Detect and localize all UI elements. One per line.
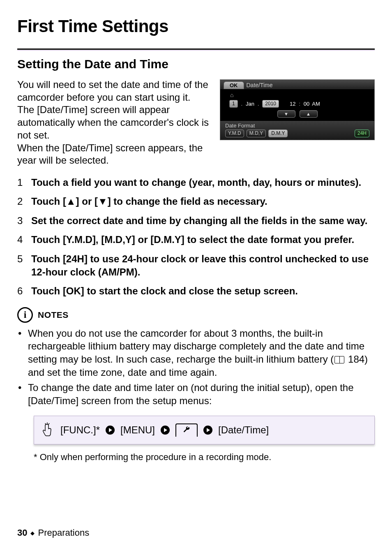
footnote: * Only when performing the procedure in … — [34, 452, 375, 463]
screenshot-day: 1 — [229, 100, 238, 108]
screenshot-hour: 12 — [290, 101, 295, 107]
notes-list: When you do not use the camcorder for ab… — [17, 327, 375, 407]
notes-label: NOTES — [38, 310, 69, 320]
arrow-icon — [203, 426, 212, 435]
footer-section: Preparations — [38, 528, 89, 538]
nav-datetime: [Date/Time] — [218, 424, 269, 436]
step-2: Touch [▲] or [▼] to change the field as … — [17, 195, 375, 208]
steps-list: Touch a field you want to change (year, … — [17, 176, 375, 298]
screenshot-dateformat-label: Date Format — [225, 123, 369, 129]
book-icon — [334, 356, 344, 363]
screenshot-home-icon: ⌂ — [220, 92, 374, 100]
screenshot-ymd: Y.M.D — [225, 130, 244, 137]
step-1: Touch a field you want to change (year, … — [17, 176, 375, 189]
arrow-icon — [161, 426, 170, 435]
step-6: Touch [OK] to start the clock and close … — [17, 285, 375, 298]
screenshot-mdy: M.D,Y — [247, 130, 266, 137]
screenshot-year: 2010 — [262, 100, 279, 108]
screenshot-header: Date/Time — [247, 82, 273, 89]
screenshot-min: 00 — [304, 101, 309, 107]
screenshot-up-button: ▲ — [300, 110, 318, 118]
page-footer: 30 ◆ Preparations — [17, 528, 89, 538]
wrench-tab-icon — [175, 423, 198, 437]
screenshot-ampm: AM — [312, 101, 320, 107]
step-4: Touch [Y.M.D], [M.D,Y] or [D.M.Y] to sel… — [17, 233, 375, 246]
note-1: When you do not use the camcorder for ab… — [17, 327, 375, 379]
touch-icon — [42, 422, 55, 438]
step-3: Set the correct date and time by changin… — [17, 214, 375, 227]
screenshot-ok-button: OK — [224, 81, 244, 89]
page-number: 30 — [17, 528, 27, 538]
nav-func: [FUNC.]* — [60, 424, 100, 436]
intro-text: You will need to set the date and time o… — [17, 79, 209, 167]
arrow-icon — [106, 426, 115, 435]
diamond-icon: ◆ — [30, 530, 35, 536]
info-icon: i — [17, 307, 33, 323]
navigation-path: [FUNC.]* [MENU] [Date/Time] — [34, 416, 375, 444]
divider — [17, 49, 375, 51]
page-title: First Time Settings — [17, 16, 375, 36]
datetime-screenshot: OK Date/Time ⌂ 1 . Jan . 2010 12 : 00 AM… — [220, 79, 375, 140]
screenshot-down-button: ▼ — [277, 110, 295, 118]
note-2: To change the date and time later on (no… — [17, 381, 375, 407]
nav-menu: [MENU] — [120, 424, 155, 436]
step-5: Touch [24H] to use 24-hour clock or leav… — [17, 252, 375, 279]
screenshot-month: Jan — [246, 101, 254, 107]
screenshot-24h: 24H — [355, 130, 369, 137]
section-title: Setting the Date and Time — [17, 57, 375, 71]
screenshot-dmy: D.M.Y — [268, 130, 288, 137]
